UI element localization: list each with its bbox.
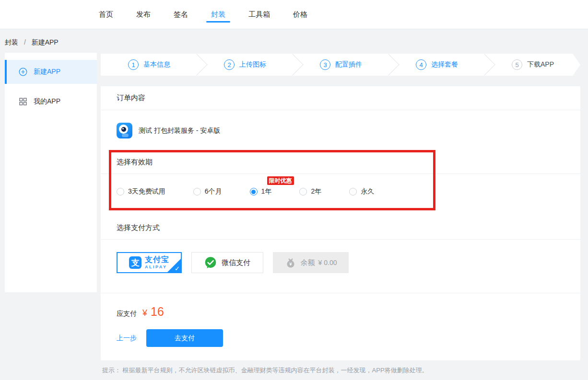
app-icon-pupil: [121, 127, 126, 132]
step-label: 上传图标: [239, 60, 266, 69]
nav-item-package-active[interactable]: 封装: [211, 0, 225, 29]
option-label: 1年: [261, 187, 272, 196]
validity-option-1-year-selected[interactable]: 限时优惠 1年: [250, 187, 272, 196]
step-configure-plugins[interactable]: 3 配置插件: [293, 54, 388, 76]
nav-item-sign[interactable]: 签名: [174, 0, 188, 29]
payment-methods: 支 支付宝 ALIPAY ✓: [101, 240, 580, 293]
alipay-logo-icon: 支: [129, 256, 141, 269]
app-icon-chin: [122, 134, 129, 137]
validity-title: 选择有效期: [101, 151, 580, 174]
step-number: 4: [416, 59, 426, 70]
main-content: 1 基本信息 2 上传图标 3 配置插件 4 选择套餐 5 下载APP 订单内容: [101, 53, 580, 375]
top-navbar: 首页 发布 签名 封装 工具箱 价格: [0, 0, 588, 29]
validity-option-3day-trial[interactable]: 3天免费试用: [117, 187, 165, 196]
validity-options: 3天免费试用 6个月 限时优惠 1年 2年: [101, 174, 580, 209]
sidebar-item-label: 新建APP: [34, 68, 60, 76]
platform-rules-tip: 提示： 根据最新平台规则，不允许区块链虚拟币、金融理财类等违规内容在平台封装，一…: [102, 366, 580, 375]
order-content-title: 订单内容: [101, 86, 580, 110]
step-label: 下载APP: [527, 60, 554, 69]
amount-due-label: 应支付: [117, 310, 137, 318]
nav-item-toolbox[interactable]: 工具箱: [248, 0, 270, 29]
balance-amount: ¥ 0.00: [318, 259, 337, 266]
order-card: 订单内容 测试 打包封装服务 - 安卓版 选择有效期: [101, 86, 580, 360]
previous-step-link[interactable]: 上一步: [117, 334, 137, 343]
app-icon: [117, 123, 132, 138]
sidebar-item-new-app[interactable]: 新建APP: [5, 60, 97, 84]
option-label: 永久: [361, 187, 374, 196]
payment-card-balance-disabled: ¥ 余额 ¥ 0.00: [273, 252, 349, 273]
breadcrumb-current: 新建APP: [32, 38, 59, 46]
step-label: 选择套餐: [431, 60, 458, 69]
radio-icon[interactable]: [193, 188, 201, 196]
balance-label: 余额: [301, 258, 315, 267]
radio-icon[interactable]: [299, 188, 307, 196]
payment-summary: 应支付 ¥ 16 上一步 去支付: [101, 293, 580, 360]
money-bag-icon: ¥: [285, 257, 296, 268]
order-app-row: 测试 打包封装服务 - 安卓版: [101, 110, 580, 151]
validity-section: 选择有效期 3天免费试用 6个月 限时优惠 1年: [101, 151, 580, 209]
step-number: 5: [512, 59, 522, 70]
option-label: 6个月: [205, 187, 222, 196]
plus-circle-icon: [19, 68, 27, 76]
svg-text:¥: ¥: [289, 261, 292, 266]
radio-checked-icon[interactable]: [250, 188, 258, 196]
limited-offer-badge: 限时优惠: [267, 176, 294, 185]
currency-symbol: ¥: [142, 308, 147, 318]
nav-item-home[interactable]: 首页: [99, 0, 113, 29]
nav-item-price[interactable]: 价格: [293, 0, 307, 29]
sidebar-item-my-apps[interactable]: 我的APP: [5, 90, 97, 114]
payment-title: 选择支付方式: [101, 209, 580, 240]
breadcrumb: 封装 / 新建APP: [0, 29, 588, 53]
validity-option-2-years[interactable]: 2年: [299, 187, 321, 196]
grid-icon: [19, 97, 27, 106]
app-icon-highlight: [122, 128, 124, 129]
page-layout: 新建APP 我的APP 1 基本信息 2 上传图标 3: [0, 53, 588, 375]
step-upload-icon[interactable]: 2 上传图标: [197, 54, 293, 76]
go-to-pay-button[interactable]: 去支付: [146, 329, 223, 347]
radio-icon[interactable]: [349, 188, 357, 196]
option-label: 3天免费试用: [128, 187, 165, 196]
step-download-app: 5 下载APP: [484, 54, 580, 76]
sidebar-item-label: 我的APP: [34, 97, 60, 106]
sidebar: 新建APP 我的APP: [5, 53, 97, 292]
nav-item-publish[interactable]: 发布: [136, 0, 151, 29]
price-row: 应支付 ¥ 16: [117, 305, 564, 318]
alipay-sublabel: ALIPAY: [145, 265, 169, 269]
check-icon: ✓: [175, 265, 180, 272]
breadcrumb-separator: /: [24, 38, 26, 46]
step-label: 配置插件: [335, 60, 362, 69]
step-number: 3: [320, 59, 330, 70]
step-label: 基本信息: [143, 60, 170, 69]
app-icon-eye: [119, 125, 128, 134]
step-number: 1: [128, 59, 139, 70]
validity-option-6-months[interactable]: 6个月: [193, 187, 222, 196]
option-label: 2年: [311, 187, 321, 196]
wechat-label: 微信支付: [222, 258, 250, 267]
radio-icon[interactable]: [117, 188, 124, 196]
payment-card-wechat[interactable]: 微信支付: [191, 252, 263, 273]
alipay-label: 支付宝: [145, 256, 169, 264]
order-app-name: 测试 打包封装服务 - 安卓版: [139, 127, 220, 135]
action-buttons-row: 上一步 去支付: [117, 329, 564, 347]
step-basic-info[interactable]: 1 基本信息: [101, 54, 197, 76]
payment-card-alipay-selected[interactable]: 支 支付宝 ALIPAY ✓: [117, 252, 182, 273]
amount-due-value: 16: [151, 305, 164, 319]
step-wizard: 1 基本信息 2 上传图标 3 配置插件 4 选择套餐 5 下载APP: [101, 54, 580, 76]
step-number: 2: [224, 59, 235, 70]
validity-option-forever[interactable]: 永久: [349, 187, 374, 196]
step-select-plan[interactable]: 4 选择套餐: [388, 54, 484, 76]
breadcrumb-root[interactable]: 封装: [5, 38, 18, 46]
wechat-pay-icon: [204, 256, 217, 269]
